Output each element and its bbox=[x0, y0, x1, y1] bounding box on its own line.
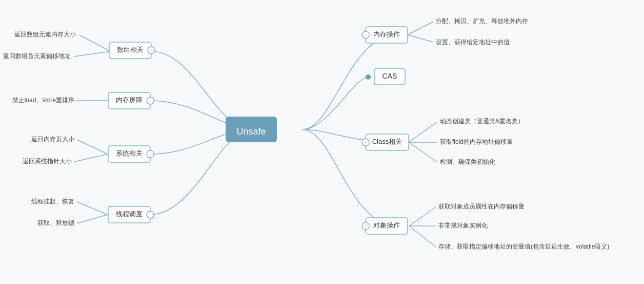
svg-text:－: － bbox=[364, 140, 368, 145]
svg-text:－: － bbox=[364, 32, 368, 37]
leaf-class-3: 检测、确保类初始化 bbox=[440, 158, 495, 165]
svg-text:－: － bbox=[364, 223, 368, 229]
leaf-class-1: 动态创建类（普通类&匿名类） bbox=[440, 118, 524, 125]
leaf-array-1: 返回数组元素内存大小 bbox=[14, 31, 76, 38]
object-node-label: 对象操作 bbox=[373, 221, 400, 229]
system-node-label: 系统相关 bbox=[116, 149, 143, 157]
memory-node-label: 内存操作 bbox=[373, 30, 400, 38]
leaf-thread-1: 线程挂起、恢复 bbox=[31, 198, 74, 205]
leaf-system-2: 返回系统指针大小 bbox=[23, 158, 72, 165]
leaf-array-2: 返回数组首元素偏移地址 bbox=[3, 52, 71, 60]
leaf-class-2: 获取field的内存地址偏移量 bbox=[440, 138, 513, 145]
cas-dot bbox=[366, 74, 371, 80]
leaf-memory-2: 设置、获得给定地址中的值 bbox=[436, 39, 510, 46]
svg-text:－: － bbox=[148, 98, 153, 103]
svg-text:－: － bbox=[149, 48, 154, 53]
leaf-memory-1: 分配、拷贝、扩充、释放堆外内存 bbox=[436, 17, 528, 25]
barrier-node-label: 内存屏障 bbox=[116, 96, 143, 104]
leaf-thread-2: 获取、释放锁 bbox=[37, 219, 74, 226]
thread-node-label: 线程调度 bbox=[116, 210, 143, 218]
leaf-object-1: 获取对象成员属性在内存偏移量 bbox=[438, 203, 525, 210]
svg-text:－: － bbox=[148, 152, 153, 157]
array-node-label: 数组相关 bbox=[117, 46, 144, 53]
svg-text:－: － bbox=[148, 212, 153, 217]
cas-node-label: CAS bbox=[383, 72, 397, 80]
leaf-system-1: 返回内存页大小 bbox=[31, 136, 74, 143]
leaf-object-3: 存储、获取指定偏移地址的变量值(包含延迟生效、volatile语义) bbox=[438, 243, 609, 250]
center-label: Unsafe bbox=[236, 126, 266, 137]
leaf-barrier-1: 禁止load、store重排序 bbox=[12, 97, 74, 104]
class-node-label: Class相关 bbox=[372, 138, 402, 145]
leaf-object-2: 非常规对象实例化 bbox=[438, 222, 488, 229]
